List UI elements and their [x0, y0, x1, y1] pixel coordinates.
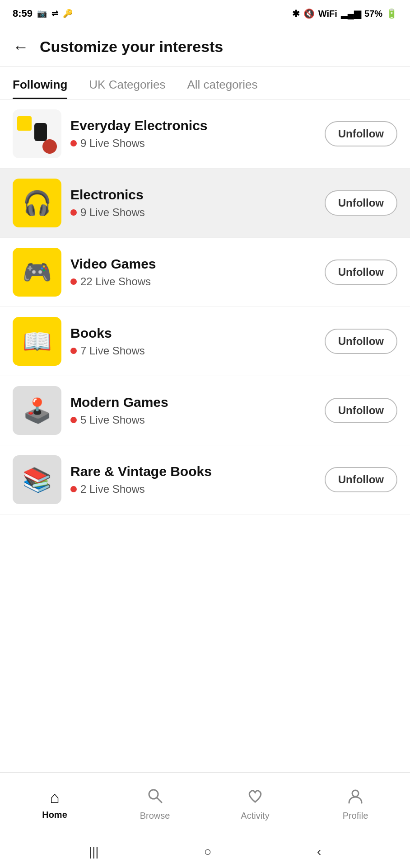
- category-list: Everyday Electronics 9 Live Shows Unfoll…: [0, 99, 410, 772]
- category-name: Everyday Electronics: [70, 118, 316, 133]
- category-name: Video Games: [70, 256, 316, 272]
- tab-uk-categories[interactable]: UK Categories: [89, 78, 165, 99]
- svg-point-2: [352, 790, 359, 797]
- list-item: 🎧 Electronics 9 Live Shows Unfollow: [0, 169, 410, 238]
- list-item: 📖 Books 7 Live Shows Unfollow: [0, 307, 410, 376]
- category-shows: 9 Live Shows: [70, 137, 316, 150]
- activity-icon: [247, 788, 263, 808]
- status-time: 8:59 📷 ⇌ 🔑: [13, 8, 73, 19]
- nav-label-home: Home: [42, 810, 67, 820]
- header: ← Customize your interests: [0, 27, 410, 67]
- list-item: 🕹️ Modern Games 5 Live Shows Unfollow: [0, 376, 410, 445]
- unfollow-button[interactable]: Unfollow: [325, 121, 397, 146]
- category-shows: 9 Live Shows: [70, 206, 316, 219]
- unfollow-button[interactable]: Unfollow: [325, 190, 397, 216]
- system-nav: ||| ○ ‹: [0, 835, 410, 868]
- category-shows: 2 Live Shows: [70, 483, 316, 495]
- list-item: 📚 Rare & Vintage Books 2 Live Shows Unfo…: [0, 445, 410, 514]
- nav-item-home[interactable]: ⌂ Home: [5, 788, 105, 820]
- category-name: Modern Games: [70, 395, 316, 410]
- unfollow-button[interactable]: Unfollow: [325, 259, 397, 285]
- live-indicator: [70, 486, 77, 492]
- search-icon: [147, 788, 163, 808]
- status-indicators: ✱ 🔇 WiFi ▂▄▆ 57% 🔋: [292, 8, 397, 19]
- battery-icon: 🔋: [386, 8, 397, 19]
- category-info: Books 7 Live Shows: [70, 326, 316, 357]
- live-indicator: [70, 278, 77, 285]
- tab-following[interactable]: Following: [13, 78, 67, 99]
- category-thumbnail: 📚: [13, 455, 61, 504]
- tabs-container: Following UK Categories All categories: [0, 67, 410, 99]
- nav-item-profile[interactable]: Profile: [305, 788, 405, 821]
- battery-label: 57%: [364, 9, 382, 19]
- tab-all-categories[interactable]: All categories: [187, 78, 257, 99]
- nav-label-browse: Browse: [140, 811, 170, 821]
- category-name: Books: [70, 326, 316, 341]
- back-button[interactable]: ←: [13, 38, 29, 57]
- list-item: Everyday Electronics 9 Live Shows Unfoll…: [0, 99, 410, 169]
- status-bar: 8:59 📷 ⇌ 🔑 ✱ 🔇 WiFi ▂▄▆ 57% 🔋: [0, 0, 410, 27]
- category-thumbnail: 🎧: [13, 179, 61, 227]
- unfollow-button[interactable]: Unfollow: [325, 398, 397, 423]
- nav-label-profile: Profile: [343, 811, 368, 821]
- category-info: Electronics 9 Live Shows: [70, 187, 316, 219]
- nav-item-browse[interactable]: Browse: [105, 788, 205, 821]
- camera-icon: 📷: [37, 9, 47, 19]
- svg-line-1: [157, 798, 162, 802]
- category-thumbnail: 🕹️: [13, 386, 61, 435]
- category-name: Rare & Vintage Books: [70, 464, 316, 479]
- category-thumbnail: 🎮: [13, 248, 61, 297]
- cast-icon: ⇌: [51, 9, 58, 19]
- category-info: Video Games 22 Live Shows: [70, 256, 316, 288]
- unfollow-button[interactable]: Unfollow: [325, 467, 397, 492]
- unfollow-button[interactable]: Unfollow: [325, 329, 397, 354]
- live-indicator: [70, 209, 77, 216]
- category-thumbnail: 📖: [13, 317, 61, 366]
- bluetooth-icon: ✱: [292, 8, 300, 19]
- category-info: Everyday Electronics 9 Live Shows: [70, 118, 316, 150]
- back-arrow-icon: ←: [13, 38, 29, 57]
- bottom-nav: ⌂ Home Browse Activity Profile: [0, 772, 410, 835]
- key-icon: 🔑: [63, 9, 73, 19]
- android-recents-icon[interactable]: |||: [89, 844, 99, 859]
- live-indicator: [70, 417, 77, 423]
- android-back-icon[interactable]: ‹: [317, 844, 321, 859]
- category-name: Electronics: [70, 187, 316, 203]
- time-label: 8:59: [13, 8, 33, 19]
- live-indicator: [70, 140, 77, 146]
- category-shows: 7 Live Shows: [70, 344, 316, 357]
- category-info: Modern Games 5 Live Shows: [70, 395, 316, 426]
- signal-icon: ▂▄▆: [341, 8, 361, 19]
- list-item: 🎮 Video Games 22 Live Shows Unfollow: [0, 238, 410, 307]
- profile-icon: [347, 788, 363, 808]
- wifi-icon: WiFi: [318, 9, 337, 19]
- page-title: Customize your interests: [40, 38, 223, 56]
- nav-label-activity: Activity: [241, 811, 269, 821]
- category-shows: 5 Live Shows: [70, 414, 316, 426]
- category-info: Rare & Vintage Books 2 Live Shows: [70, 464, 316, 495]
- live-indicator: [70, 348, 77, 354]
- nav-item-activity[interactable]: Activity: [205, 788, 305, 821]
- category-shows: 22 Live Shows: [70, 275, 316, 288]
- category-thumbnail: [13, 109, 61, 158]
- mute-icon: 🔇: [303, 8, 315, 19]
- android-home-icon[interactable]: ○: [204, 844, 212, 859]
- home-icon: ⌂: [50, 788, 60, 807]
